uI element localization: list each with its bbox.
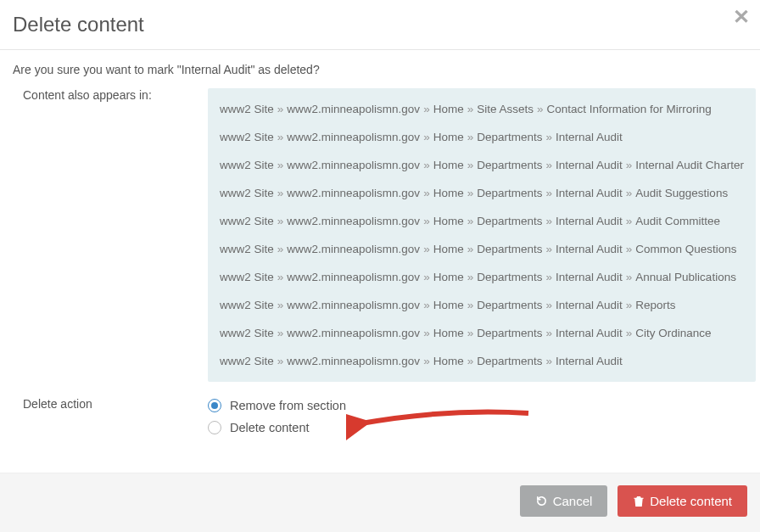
breadcrumb-separator: » — [277, 327, 284, 339]
breadcrumb-link[interactable]: Home — [433, 103, 464, 115]
breadcrumb-link[interactable]: www2.minneapolismn.gov — [287, 299, 420, 311]
breadcrumb-link[interactable]: Departments — [477, 243, 542, 255]
breadcrumb-separator: » — [545, 215, 552, 227]
breadcrumb-link[interactable]: www2.minneapolismn.gov — [287, 187, 420, 199]
breadcrumb-row: www2 Site»www2.minneapolismn.gov»Home»De… — [208, 291, 756, 319]
radio-option[interactable]: Delete content — [208, 421, 747, 434]
confirm-text: Are you sure you want to mark "Internal … — [13, 63, 747, 76]
breadcrumb-link[interactable]: www2.minneapolismn.gov — [287, 327, 420, 339]
breadcrumb-link[interactable]: Departments — [477, 187, 542, 199]
breadcrumb-link[interactable]: Reports — [635, 299, 675, 311]
breadcrumb-separator: » — [467, 215, 474, 227]
breadcrumb-separator: » — [545, 271, 552, 283]
breadcrumb-link[interactable]: Departments — [477, 159, 542, 171]
breadcrumb-link[interactable]: Departments — [477, 355, 542, 367]
breadcrumb-link[interactable]: Home — [433, 327, 464, 339]
breadcrumb-link[interactable]: Audit Suggestions — [635, 187, 728, 199]
breadcrumb-separator: » — [277, 131, 284, 143]
breadcrumb-link[interactable]: Home — [433, 131, 464, 143]
breadcrumb-link[interactable]: www2.minneapolismn.gov — [287, 103, 420, 115]
breadcrumb-link[interactable]: Internal Audit — [556, 159, 623, 171]
breadcrumb-link[interactable]: Audit Committee — [635, 215, 720, 227]
breadcrumb-separator: » — [467, 271, 474, 283]
close-button[interactable]: ✕ — [733, 7, 750, 27]
trash-icon — [633, 495, 645, 507]
radio-option[interactable]: Remove from section — [208, 399, 747, 412]
breadcrumb-separator: » — [423, 215, 430, 227]
breadcrumb-separator: » — [277, 103, 284, 115]
breadcrumb-link[interactable]: Internal Audit — [556, 299, 623, 311]
breadcrumb-link[interactable]: Internal Audit — [556, 243, 623, 255]
breadcrumb-link[interactable]: Departments — [477, 215, 542, 227]
breadcrumb-separator: » — [423, 271, 430, 283]
breadcrumb-link[interactable]: Departments — [477, 299, 542, 311]
breadcrumb-link[interactable]: www2.minneapolismn.gov — [287, 131, 420, 143]
breadcrumb-link[interactable]: www2 Site — [220, 187, 274, 199]
delete-button-label: Delete content — [650, 494, 732, 508]
modal-body: Are you sure you want to mark "Internal … — [0, 50, 760, 475]
breadcrumb-link[interactable]: www2 Site — [220, 299, 274, 311]
breadcrumb-separator: » — [467, 327, 474, 339]
breadcrumb-link[interactable]: Departments — [477, 327, 542, 339]
breadcrumb-link[interactable]: Common Questions — [635, 243, 736, 255]
breadcrumb-link[interactable]: Home — [433, 299, 464, 311]
breadcrumb-link[interactable]: Departments — [477, 271, 542, 283]
breadcrumb-separator: » — [423, 355, 430, 367]
breadcrumb-link[interactable]: Annual Publications — [635, 271, 736, 283]
breadcrumb-separator: » — [545, 327, 552, 339]
modal-title: Delete content — [13, 13, 747, 36]
breadcrumb-link[interactable]: Internal Audit — [556, 355, 623, 367]
breadcrumb-separator: » — [277, 299, 284, 311]
breadcrumb-link[interactable]: Internal Audit — [556, 187, 623, 199]
breadcrumb-link[interactable]: www2.minneapolismn.gov — [287, 159, 420, 171]
breadcrumb-row: www2 Site»www2.minneapolismn.gov»Home»De… — [208, 179, 756, 207]
cancel-button[interactable]: Cancel — [520, 485, 608, 517]
radio-icon — [208, 399, 221, 412]
appears-in-label: Content also appears in: — [13, 88, 208, 382]
breadcrumb-link[interactable]: www2 Site — [220, 215, 274, 227]
breadcrumb-separator: » — [423, 131, 430, 143]
breadcrumb-link[interactable]: Home — [433, 215, 464, 227]
breadcrumb-link[interactable]: Home — [433, 243, 464, 255]
breadcrumb-separator: » — [545, 299, 552, 311]
breadcrumb-link[interactable]: www2 Site — [220, 327, 274, 339]
radio-label: Remove from section — [230, 399, 346, 412]
delete-action-row: Delete action Remove from sectionDelete … — [13, 397, 747, 443]
breadcrumb-link[interactable]: Internal Audit — [556, 215, 623, 227]
breadcrumb-link[interactable]: City Ordinance — [635, 327, 711, 339]
breadcrumb-link[interactable]: Internal Audit Charter — [635, 159, 744, 171]
breadcrumb-row: www2 Site»www2.minneapolismn.gov»Home»De… — [208, 207, 756, 235]
delete-action-radio-group: Remove from sectionDelete content — [208, 397, 747, 434]
breadcrumb-row: www2 Site»www2.minneapolismn.gov»Home»Si… — [208, 95, 756, 123]
breadcrumb-link[interactable]: Internal Audit — [556, 131, 623, 143]
breadcrumb-link[interactable]: www2.minneapolismn.gov — [287, 215, 420, 227]
cancel-button-label: Cancel — [553, 494, 593, 508]
breadcrumb-separator: » — [545, 159, 552, 171]
breadcrumb-link[interactable]: www2 Site — [220, 103, 274, 115]
breadcrumb-separator: » — [626, 243, 633, 255]
breadcrumb-link[interactable]: www2 Site — [220, 355, 274, 367]
breadcrumb-separator: » — [423, 327, 430, 339]
breadcrumb-separator: » — [467, 243, 474, 255]
breadcrumb-link[interactable]: Home — [433, 355, 464, 367]
breadcrumb-link[interactable]: www2.minneapolismn.gov — [287, 243, 420, 255]
breadcrumb-separator: » — [423, 103, 430, 115]
breadcrumb-link[interactable]: Site Assets — [477, 103, 534, 115]
breadcrumb-link[interactable]: Internal Audit — [556, 327, 623, 339]
breadcrumb-link[interactable]: Contact Information for Mirroring — [546, 103, 711, 115]
breadcrumb-link[interactable]: www2 Site — [220, 243, 274, 255]
breadcrumb-link[interactable]: Home — [433, 187, 464, 199]
breadcrumb-link[interactable]: www2.minneapolismn.gov — [287, 271, 420, 283]
breadcrumb-link[interactable]: Internal Audit — [556, 271, 623, 283]
breadcrumb-separator: » — [467, 187, 474, 199]
breadcrumb-link[interactable]: Departments — [477, 131, 542, 143]
breadcrumb-link[interactable]: www2.minneapolismn.gov — [287, 355, 420, 367]
modal-footer: Cancel Delete content — [0, 473, 760, 532]
breadcrumb-link[interactable]: www2 Site — [220, 271, 274, 283]
breadcrumb-link[interactable]: Home — [433, 271, 464, 283]
breadcrumb-link[interactable]: Home — [433, 159, 464, 171]
delete-content-button[interactable]: Delete content — [618, 485, 747, 517]
breadcrumb-link[interactable]: www2 Site — [220, 131, 274, 143]
breadcrumb-link[interactable]: www2 Site — [220, 159, 274, 171]
breadcrumb-separator: » — [545, 187, 552, 199]
